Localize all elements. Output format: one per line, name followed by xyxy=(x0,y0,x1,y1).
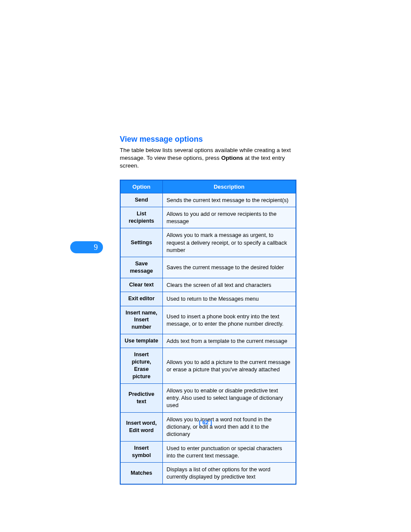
option-name: Matches xyxy=(120,463,162,484)
chapter-tab: 9 xyxy=(70,241,103,253)
table-row: Save messageSaves the current message to… xyxy=(120,257,296,278)
option-name: Settings xyxy=(120,228,162,257)
option-desc: Allows you to mark a message as urgent, … xyxy=(162,228,296,257)
table-row: Use templateAdds text from a template to… xyxy=(120,334,296,348)
option-desc: Allows to you add or remove recipients t… xyxy=(162,207,296,228)
option-desc: Saves the current message to the desired… xyxy=(162,257,296,278)
option-name: Insert symbol xyxy=(120,441,162,463)
table-row: Exit editorUsed to return to the Message… xyxy=(120,292,296,306)
options-table: Option Description SendSends the current… xyxy=(120,180,296,485)
table-row: MatchesDisplays a list of other options … xyxy=(120,463,296,484)
table-row: SendSends the current text message to th… xyxy=(120,193,296,207)
table-row: Insert picture, Erase pictureAllows you … xyxy=(120,348,296,384)
table-row: Insert symbolUsed to enter punctuation o… xyxy=(120,441,296,463)
option-name: Save message xyxy=(120,257,162,278)
intro-paragraph: The table below lists several options av… xyxy=(120,146,301,170)
option-desc: Allows you to insert a word not found in… xyxy=(162,412,296,441)
table-row: Insert word, Edit wordAllows you to inse… xyxy=(120,412,296,441)
option-desc: Used to enter punctuation or special cha… xyxy=(162,441,296,463)
header-description: Description xyxy=(162,180,296,193)
option-name: Predictive text xyxy=(120,383,162,412)
document-page: 9 View message options The table below l… xyxy=(0,0,411,532)
table-row: Predictive textAllows you to enable or d… xyxy=(120,383,296,412)
option-desc: Displays a list of other options for the… xyxy=(162,463,296,484)
option-desc: Adds text from a template to the current… xyxy=(162,334,296,348)
option-desc: Allows you to enable or disable predicti… xyxy=(162,383,296,412)
option-desc: Used to return to the Messages menu xyxy=(162,292,296,306)
option-name: Clear text xyxy=(120,278,162,292)
section-title: View message options xyxy=(120,135,301,144)
option-name: Insert word, Edit word xyxy=(120,412,162,441)
option-name: Insert name, Insert number xyxy=(120,306,162,334)
page-number: [ 62 ] xyxy=(0,419,411,426)
table-row: List recipientsAllows to you add or remo… xyxy=(120,207,296,228)
table-row: Clear textClears the screen of all text … xyxy=(120,278,296,292)
option-name: Exit editor xyxy=(120,292,162,306)
option-name: List recipients xyxy=(120,207,162,228)
table-row: SettingsAllows you to mark a message as … xyxy=(120,228,296,257)
table-header-row: Option Description xyxy=(120,180,296,193)
content-area: View message options The table below lis… xyxy=(120,135,301,485)
option-name: Insert picture, Erase picture xyxy=(120,348,162,384)
option-desc: Used to insert a phone book entry into t… xyxy=(162,306,296,334)
option-name: Use template xyxy=(120,334,162,348)
table-row: Insert name, Insert numberUsed to insert… xyxy=(120,306,296,334)
header-option: Option xyxy=(120,180,162,193)
option-desc: Clears the screen of all text and charac… xyxy=(162,278,296,292)
intro-bold: Options xyxy=(221,155,243,161)
option-desc: Sends the current text message to the re… xyxy=(162,193,296,207)
option-name: Send xyxy=(120,193,162,207)
option-desc: Allows you to add a picture to the curre… xyxy=(162,348,296,384)
